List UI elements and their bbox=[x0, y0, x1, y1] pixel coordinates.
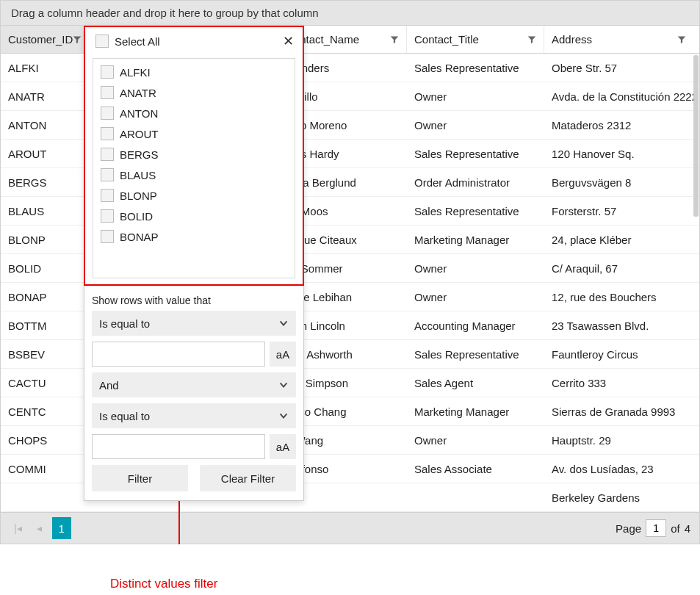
distinct-value-label: AROUT bbox=[120, 128, 159, 140]
condition-filter-section: Show rows with value that Is equal to aA… bbox=[84, 286, 303, 459]
table-cell: Owner bbox=[407, 426, 544, 454]
pager-first-button[interactable]: |◂ bbox=[10, 519, 26, 537]
checkbox[interactable] bbox=[101, 107, 114, 120]
checkbox[interactable] bbox=[101, 65, 114, 79]
checkbox[interactable] bbox=[101, 168, 114, 181]
checkbox[interactable] bbox=[101, 148, 114, 161]
table-cell: Owner bbox=[407, 254, 544, 282]
table-cell: Cerrito 333 bbox=[544, 369, 693, 397]
distinct-value-row[interactable]: AROUT bbox=[96, 123, 292, 144]
group-by-drop-area[interactable]: Drag a column header and drop it here to… bbox=[0, 0, 700, 26]
distinct-value-row[interactable]: ANATR bbox=[96, 82, 292, 103]
filter-button-label: Filter bbox=[128, 472, 152, 485]
column-header-label: Address bbox=[552, 33, 592, 46]
pager-current-page[interactable]: 1 bbox=[52, 517, 71, 539]
column-header-address[interactable]: Address bbox=[544, 26, 693, 53]
select-all-label: Select All bbox=[115, 35, 160, 48]
table-cell: Obere Str. 57 bbox=[544, 54, 693, 82]
table-cell: ANTON bbox=[1, 111, 84, 139]
clear-filter-button[interactable]: Clear Filter bbox=[200, 465, 296, 491]
table-cell: Hauptstr. 29 bbox=[544, 426, 693, 454]
distinct-value-label: ANTON bbox=[120, 107, 158, 120]
value1-input[interactable] bbox=[92, 342, 265, 367]
vertical-scrollbar[interactable] bbox=[693, 55, 699, 525]
table-cell: C/ Araquil, 67 bbox=[544, 254, 693, 282]
distinct-value-label: BLONP bbox=[120, 190, 157, 202]
table-cell: Sales Associate bbox=[407, 455, 544, 483]
value2-input[interactable] bbox=[92, 434, 265, 459]
table-cell: BERGS bbox=[1, 168, 84, 196]
table-cell: Forsterstr. 57 bbox=[544, 197, 693, 225]
distinct-value-row[interactable]: BERGS bbox=[96, 144, 292, 165]
logic-select[interactable]: And bbox=[92, 372, 296, 397]
distinct-value-row[interactable]: ALFKI bbox=[96, 62, 292, 82]
table-cell: Owner bbox=[407, 82, 544, 110]
table-cell bbox=[1, 483, 84, 511]
table-cell: Sales Representative bbox=[407, 197, 544, 225]
operator1-value: Is equal to bbox=[99, 317, 150, 330]
data-grid: Customer_ID Company_Name Contact_Name Co… bbox=[0, 26, 700, 512]
table-cell: BSBEV bbox=[1, 340, 84, 368]
distinct-value-row[interactable]: BOLID bbox=[96, 206, 292, 226]
filter-icon[interactable] bbox=[390, 35, 399, 45]
filter-button[interactable]: Filter bbox=[92, 465, 188, 491]
distinct-value-label: ALFKI bbox=[120, 66, 151, 79]
column-header-customer-id[interactable]: Customer_ID bbox=[1, 26, 84, 53]
table-cell: Sierras de Granada 9993 bbox=[544, 397, 693, 425]
table-cell: CHOPS bbox=[1, 426, 84, 454]
table-cell: Sales Representative bbox=[407, 140, 544, 167]
filter-icon[interactable] bbox=[527, 35, 536, 45]
pager-page-label: Page bbox=[616, 522, 641, 535]
filter-icon[interactable] bbox=[73, 35, 82, 45]
checkbox[interactable] bbox=[101, 189, 114, 202]
clear-filter-button-label: Clear Filter bbox=[221, 472, 275, 485]
table-cell: BOLID bbox=[1, 254, 84, 282]
distinct-value-row[interactable]: ANTON bbox=[96, 103, 292, 123]
table-cell: Berkeley Gardens bbox=[544, 483, 693, 511]
column-header-contact-title[interactable]: Contact_Title bbox=[407, 26, 544, 53]
distinct-value-row[interactable]: BLAUS bbox=[96, 165, 292, 185]
checkbox[interactable] bbox=[101, 86, 114, 99]
table-cell: Accounting Manager bbox=[407, 311, 544, 339]
table-cell: Marketing Manager bbox=[407, 226, 544, 253]
filter-icon[interactable] bbox=[677, 35, 686, 45]
distinct-value-label: BERGS bbox=[120, 148, 159, 161]
distinct-value-row[interactable]: BLONP bbox=[96, 185, 292, 206]
table-cell: CACTU bbox=[1, 369, 84, 397]
chevron-down-icon bbox=[278, 380, 289, 390]
table-cell: Owner bbox=[407, 111, 544, 139]
table-cell: Mataderos 2312 bbox=[544, 111, 693, 139]
table-cell: BLONP bbox=[1, 226, 84, 253]
table-cell: Sales Agent bbox=[407, 369, 544, 397]
distinct-values-list[interactable]: ALFKIANATRANTONAROUTBERGSBLAUSBLONPBOLID… bbox=[93, 58, 295, 278]
case-btn-label: aA bbox=[276, 441, 289, 453]
table-cell: Marketing Manager bbox=[407, 397, 544, 425]
logic-value: And bbox=[99, 379, 119, 392]
checkbox[interactable] bbox=[101, 230, 114, 243]
group-by-hint: Drag a column header and drop it here to… bbox=[11, 7, 319, 19]
operator2-value: Is equal to bbox=[99, 410, 150, 422]
distinct-value-label: BLAUS bbox=[120, 169, 156, 181]
operator1-select[interactable]: Is equal to bbox=[92, 311, 296, 336]
pager-prev-button[interactable]: ◂ bbox=[32, 519, 46, 537]
condition-label: Show rows with value that bbox=[92, 295, 296, 306]
chevron-down-icon bbox=[278, 318, 289, 328]
scrollbar-thumb[interactable] bbox=[693, 55, 699, 217]
table-cell bbox=[407, 483, 544, 511]
pager-page-input[interactable] bbox=[646, 519, 666, 537]
select-all-row[interactable]: Select All bbox=[90, 32, 166, 51]
table-cell: BLAUS bbox=[1, 197, 84, 225]
table-cell: 24, place Kléber bbox=[544, 226, 693, 253]
close-icon[interactable]: ✕ bbox=[280, 33, 297, 49]
case-sensitive-toggle[interactable]: aA bbox=[270, 434, 296, 459]
table-cell: Fauntleroy Circus bbox=[544, 340, 693, 368]
checkbox[interactable] bbox=[101, 127, 114, 140]
checkbox[interactable] bbox=[95, 35, 109, 48]
column-header-label: Contact_Title bbox=[414, 33, 479, 46]
operator2-select[interactable]: Is equal to bbox=[92, 403, 296, 428]
case-sensitive-toggle[interactable]: aA bbox=[270, 342, 296, 367]
distinct-value-row[interactable]: BONAP bbox=[96, 226, 292, 247]
table-cell: Sales Representative bbox=[407, 340, 544, 368]
checkbox[interactable] bbox=[101, 209, 114, 223]
case-btn-label: aA bbox=[276, 348, 289, 361]
